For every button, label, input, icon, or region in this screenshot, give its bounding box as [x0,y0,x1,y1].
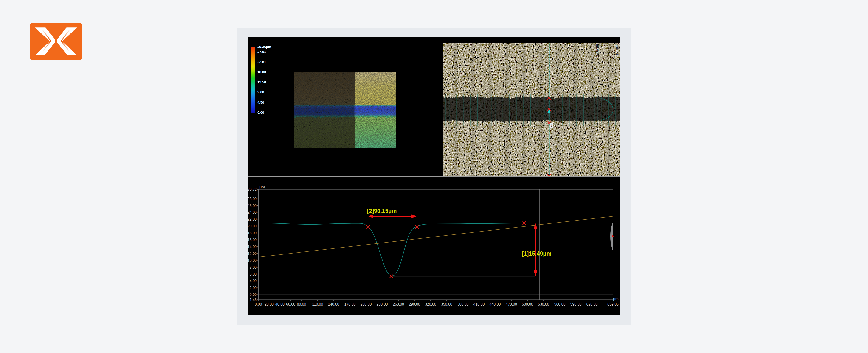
svg-text:22.51: 22.51 [257,60,266,64]
svg-text:30.72: 30.72 [248,187,257,191]
svg-text:2: 2 [551,123,553,127]
svg-text:16.00: 16.00 [248,238,257,242]
svg-text:0.00: 0.00 [250,293,257,296]
svg-text:13.50: 13.50 [257,80,266,84]
svg-text:6.00: 6.00 [250,272,257,276]
svg-text:40.00: 40.00 [275,302,284,306]
svg-text:440.00: 440.00 [490,302,501,306]
svg-text:-1.46: -1.46 [248,298,257,302]
svg-text:14.00: 14.00 [248,245,257,249]
svg-text:0.00: 0.00 [257,110,264,114]
svg-text:560.00: 560.00 [554,302,565,306]
svg-text:720.95µm: 720.95µm [595,44,599,57]
svg-text:4.50: 4.50 [257,100,264,104]
svg-text:8.00: 8.00 [250,266,257,269]
svg-text:350.00: 350.00 [441,302,453,306]
svg-text:26.00: 26.00 [248,204,257,208]
svg-text:µm: µm [259,185,265,189]
svg-text:22.00: 22.00 [248,217,257,221]
svg-text:170.00: 170.00 [344,302,356,306]
svg-text:80.00: 80.00 [297,302,306,306]
svg-text:10.00: 10.00 [248,258,257,262]
svg-text:[1]15.49µm: [1]15.49µm [522,250,552,257]
svg-text:20.00: 20.00 [248,224,257,228]
svg-text:140.00: 140.00 [328,302,339,306]
svg-text:110.00: 110.00 [312,302,323,306]
svg-text:200.00: 200.00 [361,302,372,306]
svg-text:620.00: 620.00 [587,302,598,306]
svg-text:230.00: 230.00 [377,302,388,306]
svg-text:18.00: 18.00 [248,231,257,235]
svg-text:590.00: 590.00 [570,302,582,306]
svg-text:29.26µm: 29.26µm [257,45,271,48]
svg-text:2.00: 2.00 [250,286,257,290]
svg-text:4.00: 4.00 [250,279,257,283]
svg-text:500.00: 500.00 [522,302,533,306]
svg-text:530.00: 530.00 [538,302,549,306]
svg-text:27.01: 27.01 [257,50,266,54]
svg-text:5.45µm: 5.45µm [615,45,619,55]
svg-text:0.00: 0.00 [255,302,262,306]
svg-text:18.00: 18.00 [257,70,266,74]
svg-text:320.00: 320.00 [425,302,436,306]
svg-text:260.00: 260.00 [393,302,404,306]
svg-text:380.00: 380.00 [458,302,469,306]
svg-text:12.00: 12.00 [248,252,257,256]
svg-text:470.00: 470.00 [506,302,517,306]
svg-text:290.00: 290.00 [409,302,420,306]
svg-text:9.00: 9.00 [257,90,264,94]
svg-text:60.00: 60.00 [286,302,295,306]
svg-text:28.00: 28.00 [248,197,257,201]
svg-text:659.06: 659.06 [608,302,619,306]
svg-text:410.00: 410.00 [473,302,485,306]
svg-text:µm: µm [613,297,619,301]
svg-text:24.00: 24.00 [248,210,257,214]
svg-text:[2]90.15µm: [2]90.15µm [367,208,397,214]
svg-text:20.00: 20.00 [265,302,274,306]
